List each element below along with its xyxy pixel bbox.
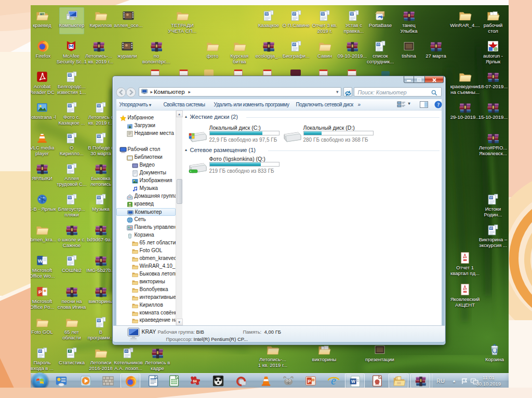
svg-text:e: e — [331, 375, 336, 387]
svg-text:P: P — [308, 379, 311, 384]
svg-text:W: W — [351, 379, 355, 384]
svg-text:64: 64 — [193, 379, 197, 383]
svg-text:?: ? — [437, 102, 440, 107]
